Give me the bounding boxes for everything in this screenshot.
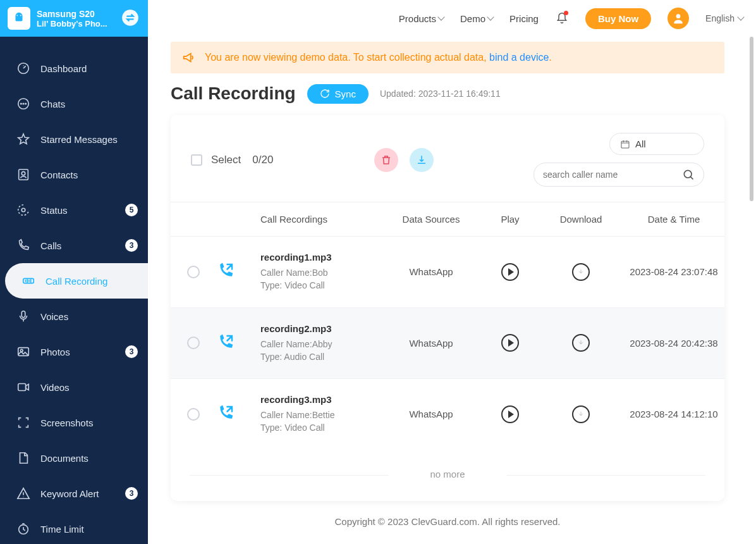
row-datetime: 2023-08-24 14:12:10 bbox=[623, 409, 724, 419]
th-download: Download bbox=[539, 214, 623, 225]
language-select[interactable]: English bbox=[705, 13, 743, 23]
search-input[interactable] bbox=[543, 170, 676, 180]
sidebar-item-calls[interactable]: Calls3 bbox=[0, 228, 148, 263]
sidebar-item-label: Screenshots bbox=[40, 417, 138, 428]
recording-file: recording3.mp3 bbox=[260, 394, 374, 405]
nav-products[interactable]: Products bbox=[399, 13, 444, 24]
android-icon bbox=[12, 11, 26, 25]
sidebar-item-keyword-alert[interactable]: Keyword Alert3 bbox=[0, 476, 148, 511]
download-button[interactable] bbox=[572, 263, 590, 281]
row-select[interactable] bbox=[187, 408, 200, 421]
svg-point-0 bbox=[676, 14, 681, 18]
bind-device-link[interactable]: bind a device bbox=[489, 52, 549, 63]
svg-point-11 bbox=[21, 208, 25, 212]
svg-rect-18 bbox=[621, 141, 629, 148]
search-icon bbox=[682, 168, 695, 181]
sidebar-item-label: Photos bbox=[40, 347, 115, 357]
play-icon bbox=[508, 268, 514, 276]
device-info: Samsung S20 Lil' Bobby's Pho... bbox=[37, 9, 115, 28]
sync-button[interactable]: Sync bbox=[307, 84, 369, 104]
play-button[interactable] bbox=[501, 405, 519, 423]
sidebar-item-label: Voices bbox=[40, 311, 138, 322]
sidebar: Samsung S20 Lil' Bobby's Pho... Dashboar… bbox=[0, 0, 148, 544]
download-icon bbox=[576, 410, 585, 419]
chevron-down-icon bbox=[437, 13, 444, 20]
sidebar-item-contacts[interactable]: Contacts bbox=[0, 157, 148, 192]
sidebar-item-label: Documents bbox=[40, 453, 138, 464]
select-all-checkbox[interactable] bbox=[191, 154, 202, 166]
starred-icon bbox=[16, 132, 30, 146]
user-avatar[interactable] bbox=[668, 8, 689, 29]
outgoing-call-icon bbox=[216, 271, 235, 282]
device-header[interactable]: Samsung S20 Lil' Bobby's Pho... bbox=[0, 0, 148, 37]
sidebar-item-status[interactable]: Status5 bbox=[0, 192, 148, 228]
sidebar-item-photos[interactable]: Photos3 bbox=[0, 334, 148, 369]
sidebar-badge: 3 bbox=[125, 239, 138, 252]
play-button[interactable] bbox=[501, 334, 519, 352]
row-select[interactable] bbox=[187, 266, 200, 278]
download-all-button[interactable] bbox=[410, 148, 434, 172]
sidebar-item-starred[interactable]: Starred Messages bbox=[0, 121, 148, 157]
th-play: Play bbox=[482, 214, 539, 225]
documents-icon bbox=[16, 451, 30, 465]
voices-icon bbox=[16, 309, 30, 323]
calls-icon bbox=[16, 238, 30, 252]
sidebar-item-voices[interactable]: Voices bbox=[0, 299, 148, 334]
play-icon bbox=[508, 339, 514, 347]
recording-file: recording1.mp3 bbox=[260, 252, 374, 263]
recording-meta: Caller Name:AbbyType: Audio Call bbox=[260, 338, 374, 364]
calendar-icon bbox=[620, 139, 630, 149]
sidebar-item-videos[interactable]: Videos bbox=[0, 369, 148, 405]
scrollbar[interactable] bbox=[750, 37, 753, 201]
row-datetime: 2023-08-24 23:07:48 bbox=[623, 266, 724, 277]
time-limit-icon bbox=[16, 522, 30, 536]
data-source: WhatsApp bbox=[381, 266, 482, 277]
date-filter[interactable]: All bbox=[609, 133, 704, 155]
table-row: recording3.mp3Caller Name:BettieType: Vi… bbox=[171, 378, 724, 450]
language-label: English bbox=[705, 13, 735, 23]
sidebar-item-label: Time Limit bbox=[40, 524, 138, 535]
svg-point-3 bbox=[122, 9, 138, 26]
svg-point-6 bbox=[21, 103, 21, 104]
trash-icon bbox=[381, 154, 392, 166]
recordings-card: Select 0/20 All Call Recordings Data Sou… bbox=[171, 115, 724, 501]
th-datetime: Date & Time bbox=[623, 214, 724, 225]
table-row: recording2.mp3Caller Name:AbbyType: Audi… bbox=[171, 307, 724, 379]
buy-now-button[interactable]: Buy Now bbox=[585, 8, 651, 29]
swap-icon bbox=[121, 9, 139, 27]
download-icon bbox=[416, 154, 427, 166]
outgoing-call-icon bbox=[216, 343, 235, 354]
download-icon bbox=[576, 338, 585, 347]
device-swap-button[interactable] bbox=[121, 9, 140, 28]
sidebar-item-documents[interactable]: Documents bbox=[0, 440, 148, 476]
nav-pricing[interactable]: Pricing bbox=[509, 13, 539, 24]
download-button[interactable] bbox=[572, 334, 590, 352]
updated-timestamp: Updated: 2023-11-21 16:49:11 bbox=[380, 89, 501, 99]
recording-file: recording2.mp3 bbox=[260, 323, 374, 334]
sidebar-badge: 3 bbox=[125, 345, 138, 358]
svg-point-8 bbox=[25, 103, 26, 104]
keyword-alert-icon bbox=[16, 486, 30, 500]
sidebar-item-chats[interactable]: Chats bbox=[0, 86, 148, 121]
notifications-bell[interactable] bbox=[555, 11, 569, 25]
chats-icon bbox=[16, 97, 30, 111]
download-button[interactable] bbox=[572, 405, 590, 423]
footer-copyright: Copyright © 2023 ClevGuard.com. All righ… bbox=[148, 501, 747, 544]
sidebar-item-time-limit[interactable]: Time Limit bbox=[0, 511, 148, 544]
outgoing-call-icon bbox=[216, 414, 235, 424]
delete-button[interactable] bbox=[374, 148, 398, 172]
device-owner: Lil' Bobby's Pho... bbox=[37, 19, 115, 28]
play-button[interactable] bbox=[501, 263, 519, 281]
row-select[interactable] bbox=[187, 337, 200, 349]
sidebar-item-call-recording[interactable]: Call Recording bbox=[5, 263, 148, 299]
nav-demo[interactable]: Demo bbox=[460, 13, 493, 24]
row-datetime: 2023-08-24 20:42:38 bbox=[623, 338, 724, 349]
data-source: WhatsApp bbox=[381, 409, 482, 419]
call-recording-icon bbox=[21, 274, 35, 288]
device-name: Samsung S20 bbox=[37, 9, 115, 19]
sidebar-item-screenshots[interactable]: Screenshots bbox=[0, 405, 148, 440]
search-box[interactable] bbox=[533, 163, 704, 187]
svg-point-2 bbox=[20, 15, 21, 16]
page-title: Call Recording bbox=[171, 83, 296, 104]
sidebar-item-dashboard[interactable]: Dashboard bbox=[0, 51, 148, 86]
